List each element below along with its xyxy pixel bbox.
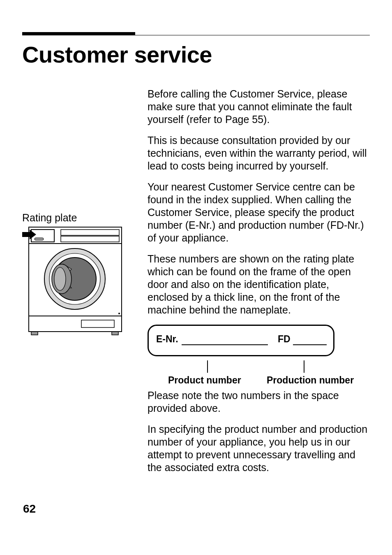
enr-label: E-Nr. bbox=[156, 333, 179, 345]
paragraph-nearest: Your nearest Customer Service centre can… bbox=[148, 181, 370, 244]
left-column: Rating plate bbox=[22, 88, 148, 482]
page-number: 62 bbox=[23, 502, 36, 516]
number-plate-box: E-Nr. FD bbox=[148, 325, 334, 356]
paragraph-note-numbers: Please note the two numbers in the space… bbox=[148, 389, 370, 415]
washing-machine-illustration bbox=[22, 226, 122, 337]
arrows-svg bbox=[148, 360, 334, 377]
svg-rect-2 bbox=[112, 332, 118, 335]
right-column: Before calling the Customer Service, ple… bbox=[148, 88, 370, 482]
svg-rect-1 bbox=[31, 332, 38, 335]
paragraph-rating-info: These numbers are shown on the rating pl… bbox=[148, 253, 370, 316]
page: Customer service Rating plate bbox=[0, 0, 392, 499]
fd-label: FD bbox=[278, 333, 291, 345]
number-plate-row: E-Nr. FD bbox=[156, 333, 327, 345]
rating-plate-label: Rating plate bbox=[22, 212, 139, 224]
header-rule-thin bbox=[22, 35, 370, 35]
svg-point-15 bbox=[54, 267, 66, 290]
paragraph-costs: This is because consultation provided by… bbox=[148, 134, 370, 172]
fd-blank-line bbox=[293, 339, 327, 345]
caption-arrows bbox=[148, 360, 334, 374]
paragraph-prevent-travel: In specifying the product number and pro… bbox=[148, 423, 370, 474]
content-grid: Rating plate bbox=[22, 88, 370, 482]
svg-rect-7 bbox=[61, 236, 119, 242]
svg-rect-10 bbox=[81, 320, 114, 327]
enr-blank-line bbox=[182, 339, 268, 345]
svg-rect-6 bbox=[61, 230, 119, 235]
paragraph-intro: Before calling the Customer Service, ple… bbox=[148, 88, 370, 126]
page-title: Customer service bbox=[22, 41, 370, 68]
svg-point-8 bbox=[118, 313, 120, 314]
svg-rect-5 bbox=[35, 238, 44, 240]
header-rule bbox=[22, 32, 370, 35]
